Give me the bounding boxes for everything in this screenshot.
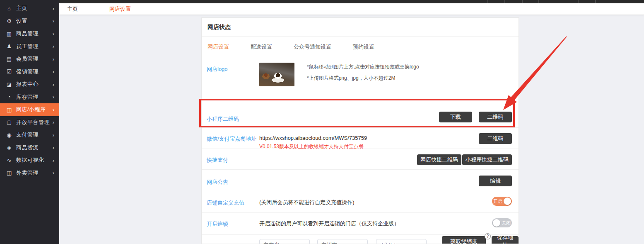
chevron-right-icon: › [53, 107, 54, 113]
miniprogram-quickpay-qrcode-button[interactable]: 小程序快捷二维码 [462, 154, 512, 165]
browser-tab-divider [522, 0, 523, 3]
toggle-knob [493, 219, 500, 227]
gear-icon: ⚙ [5, 18, 13, 24]
edit-button[interactable]: 编辑 [479, 176, 512, 186]
sidebar-item-open-platform[interactable]: ▢ 开放平台管理 › [0, 116, 59, 129]
sidebar-item-online-store[interactable]: ◫ 网店/小程序 › [0, 103, 59, 116]
sidebar-item-label: 员工管理 [16, 43, 39, 50]
browser-tab-divider [504, 0, 505, 3]
chevron-right-icon: › [53, 68, 54, 75]
order-url-row: 微信/支付宝点餐地址 https://wxshop.aibaocloud.com… [202, 128, 519, 149]
store-logo-image[interactable] [259, 63, 294, 86]
custom-recharge-note: (关闭后会员将不能进行自定义充值操作) [259, 199, 355, 206]
chain-store-toggle[interactable]: 关闭 [492, 218, 512, 227]
sidebar: ⌂ 主页 › ⚙ 设置 › ▥ 商品管理 › ♟ 员工管理 › ▤ 会员管理 [0, 0, 59, 244]
download-button[interactable]: 下载 [439, 112, 472, 122]
sidebar-item-reports[interactable]: ◪ 报表中心 › [0, 78, 59, 91]
sidebar-item-goods[interactable]: ▥ 商品管理 › [0, 27, 59, 40]
miniprogram-qrcode-row: 小程序二维码 下载 二维码 [202, 100, 519, 128]
storefront-icon: ◫ [5, 170, 13, 176]
sidebar-item-settings[interactable]: ⚙ 设置 › [0, 15, 59, 28]
chevron-down-icon: ∨ [361, 243, 364, 244]
chevron-right-icon: › [53, 132, 54, 138]
province-select[interactable]: 广东省 ∨ [259, 239, 310, 244]
district-select[interactable]: 天河区 ∨ [376, 239, 427, 244]
help-icon[interactable]: ? [485, 233, 491, 239]
toggle-off-label: 关闭 [502, 220, 511, 226]
quickpay-label: 快捷支付 [207, 156, 228, 164]
sidebar-item-logistics[interactable]: ◈ 商品货流 › [0, 142, 59, 154]
toggle-knob [504, 198, 511, 205]
store-logo-label: 网店logo [207, 66, 228, 73]
sidebar-item-label: 支付管理 [16, 131, 39, 139]
chevron-right-icon: › [53, 144, 54, 151]
store-status-panel: 网店状态 网店设置 配送设置 公众号通知设置 预约设置 网店logo *鼠标移动… [201, 17, 519, 244]
home-icon: ⌂ [5, 5, 13, 12]
chevron-right-icon: › [53, 56, 54, 62]
person-icon: ♟ [5, 43, 13, 49]
store-notice-row: 网店公告 编辑 [202, 170, 519, 192]
check-circle-icon: ☑ [5, 68, 13, 75]
save-address-button[interactable]: 保存地址 [492, 236, 519, 244]
pie-chart-icon: ◔ [5, 94, 13, 100]
quickpay-row: 快捷支付 网店快捷二维码 小程序快捷二维码 [202, 149, 519, 170]
city-select[interactable]: 广州市 ∨ [317, 239, 368, 244]
tab-store-settings[interactable]: 网店设置 [109, 5, 131, 13]
sidebar-item-label: 网店/小程序 [16, 106, 46, 113]
sidebar-item-promotions[interactable]: ☑ 促销管理 › [0, 66, 59, 78]
sidebar-item-members[interactable]: ▤ 会员管理 › [0, 53, 59, 66]
sidebar-item-label: 数据可视化 [16, 156, 44, 164]
logo-note-format: *上传图片格式png、jpg，大小不超过2M [307, 75, 419, 81]
sidebar-item-label: 设置 [16, 17, 27, 25]
sidebar-item-label: 库存管理 [16, 93, 39, 101]
sidebar-item-inventory[interactable]: ◔ 库存管理 › [0, 91, 59, 104]
custom-recharge-row: 店铺自定义充值 (关闭后会员将不能进行自定义充值操作) 开启 [202, 192, 519, 213]
logo-note-hover: *鼠标移动到图片上方,点击对应按钮预览或更换logo [307, 64, 419, 70]
sidebar-item-label: 商品管理 [16, 30, 39, 37]
sidebar-item-label: 会员管理 [16, 55, 39, 63]
miniprogram-qrcode-label: 小程序二维码 [207, 115, 239, 123]
logo-upload-notes: *鼠标移动到图片上方,点击对应按钮预览或更换logo *上传图片格式png、jp… [307, 64, 419, 81]
member-card-icon: ▤ [5, 56, 13, 62]
chevron-right-icon: › [53, 81, 54, 88]
chevron-right-icon: › [53, 94, 54, 100]
browser-tab-divider [595, 0, 596, 3]
top-tab-bar: 主页 网店设置 [59, 3, 644, 15]
store-quickpay-qrcode-button[interactable]: 网店快捷二维码 [417, 154, 461, 165]
sidebar-item-label: 外卖管理 [16, 169, 39, 177]
logistics-icon: ◈ [5, 144, 13, 151]
store-address-row: 广东省 ∨ 广州市 ∨ 天河区 ∨ 获取经纬度 ? 保存地址 [202, 235, 519, 244]
chevron-right-icon: › [53, 119, 54, 125]
sidebar-item-home[interactable]: ⌂ 主页 › [0, 2, 59, 15]
chain-store-note: 开启连锁的用户可以看到开启连锁的门店（仅支持企业版） [259, 220, 399, 227]
tab-reservation-setup[interactable]: 预约设置 [353, 43, 374, 51]
tab-store-setup[interactable]: 网店设置 [207, 43, 229, 51]
custom-recharge-toggle[interactable]: 开启 [492, 197, 512, 206]
chevron-right-icon: › [53, 170, 54, 176]
store-notice-label: 网店公告 [207, 178, 228, 186]
chain-store-row: 开启连锁 开启连锁的用户可以看到开启连锁的门店（仅支持企业版） 关闭 [202, 213, 519, 235]
toggle-on-label: 开启 [493, 198, 502, 205]
chevron-down-icon: ∨ [303, 243, 306, 244]
panel-tabs: 网店设置 配送设置 公众号通知设置 预约设置 [202, 37, 519, 57]
tab-delivery-setup[interactable]: 配送设置 [251, 43, 272, 51]
chevron-right-icon: › [53, 31, 54, 37]
order-url-qrcode-button[interactable]: 二维码 [479, 133, 512, 144]
order-url-value: https://wxshop.aibaocloud.com/MWS/735759 [259, 135, 367, 141]
chevron-down-icon: ∨ [420, 243, 423, 244]
tab-official-account-notify[interactable]: 公众号通知设置 [294, 43, 331, 51]
sidebar-item-payment[interactable]: ◉ 支付管理 › [0, 129, 59, 142]
sidebar-item-takeout[interactable]: ◫ 外卖管理 › [0, 167, 59, 180]
tab-home[interactable]: 主页 [67, 5, 78, 13]
chevron-right-icon: › [53, 5, 54, 12]
browser-tab-divider [578, 0, 579, 3]
chevron-right-icon: › [53, 43, 54, 49]
sidebar-item-staff[interactable]: ♟ 员工管理 › [0, 40, 59, 53]
barcode-icon: ▥ [5, 31, 13, 37]
qrcode-button[interactable]: 二维码 [479, 112, 512, 122]
sidebar-item-label: 促销管理 [16, 68, 39, 76]
browser-tab-strip [0, 0, 644, 3]
get-coordinates-button[interactable]: 获取经纬度 [442, 236, 486, 244]
sidebar-item-label: 开放平台管理 [16, 119, 50, 126]
sidebar-item-data-viz[interactable]: ∿ 数据可视化 › [0, 154, 59, 167]
